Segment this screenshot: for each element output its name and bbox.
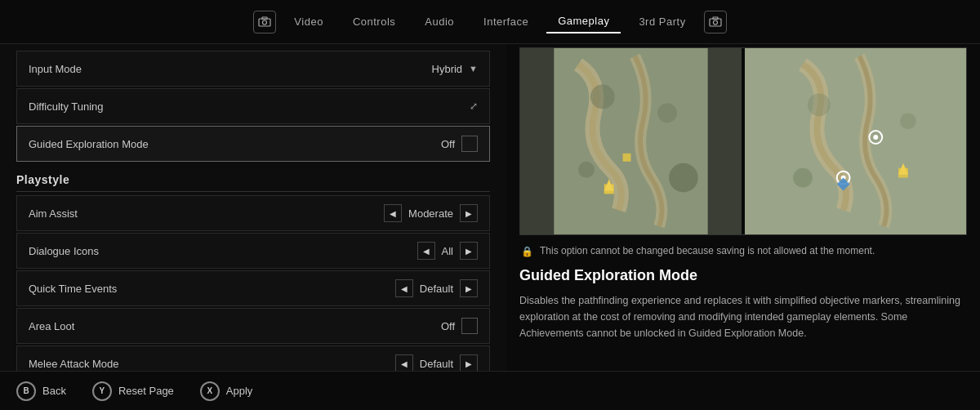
map-right: [745, 48, 966, 234]
setting-area-loot: Area Loot Off: [16, 308, 490, 344]
expand-icon: ⤢: [470, 100, 478, 112]
dialogue-icons-label: Dialogue Icons: [29, 245, 99, 257]
info-title: Guided Exploration Mode: [519, 267, 967, 284]
guided-exploration-label: Guided Exploration Mode: [29, 138, 149, 150]
apply-label: Apply: [226, 385, 253, 397]
melee-left-btn[interactable]: ◀: [395, 354, 413, 371]
melee-text: Default: [420, 358, 453, 370]
aim-assist-text: Moderate: [408, 207, 453, 220]
svg-rect-0: [259, 19, 270, 26]
nav-item-3rdparty[interactable]: 3rd Party: [627, 11, 697, 33]
guided-exploration-text: Off: [441, 138, 455, 150]
svg-rect-5: [713, 17, 718, 20]
quick-time-events-label: Quick Time Events: [29, 283, 117, 295]
setting-guided-exploration[interactable]: Guided Exploration Mode Off: [16, 126, 490, 162]
top-nav: Video Controls Audio Interface Gameplay …: [0, 0, 980, 44]
map-preview: [519, 47, 967, 235]
nav-item-audio[interactable]: Audio: [413, 11, 466, 33]
back-action[interactable]: B Back: [16, 381, 66, 401]
aim-assist-left-btn[interactable]: ◀: [384, 204, 402, 222]
nav-item-controls[interactable]: Controls: [341, 11, 407, 33]
setting-dialogue-icons: Dialogue Icons ◀ All ▶: [16, 233, 490, 269]
qte-right-btn[interactable]: ▶: [460, 279, 478, 297]
apply-btn-circle: X: [200, 381, 220, 401]
bottom-bar: B Back Y Reset Page X Apply: [0, 371, 980, 410]
main-content: Input Mode Hybrid ▼ Difficulty Tuning ⤢ …: [0, 44, 980, 371]
qte-text: Default: [420, 283, 453, 295]
lock-notice: 🔒 This option cannot be changed because …: [519, 245, 967, 257]
svg-rect-6: [554, 48, 707, 234]
area-loot-text: Off: [441, 320, 455, 332]
left-panel: Input Mode Hybrid ▼ Difficulty Tuning ⤢ …: [0, 44, 506, 371]
back-btn-circle: B: [16, 381, 36, 401]
area-loot-label: Area Loot: [29, 320, 74, 332]
difficulty-label: Difficulty Tuning: [29, 100, 104, 113]
input-mode-label: Input Mode: [29, 63, 82, 75]
svg-point-24: [793, 168, 813, 188]
info-description: Disables the pathfinding experience and …: [519, 292, 967, 341]
guided-exploration-value: Off: [441, 136, 478, 152]
nav-icon-right[interactable]: [704, 11, 727, 33]
setting-input-mode: Input Mode Hybrid ▼: [16, 51, 490, 87]
playstyle-header: Playstyle: [16, 163, 490, 192]
right-panel: 🔒 This option cannot be changed because …: [506, 44, 980, 371]
reset-btn-circle: Y: [92, 381, 112, 401]
nav-icon-left[interactable]: [253, 11, 276, 33]
svg-point-9: [578, 162, 595, 178]
nav-item-gameplay[interactable]: Gameplay: [546, 10, 621, 33]
svg-rect-3: [710, 19, 721, 26]
map-left: [520, 48, 742, 234]
svg-point-22: [808, 94, 831, 117]
svg-point-23: [900, 113, 916, 129]
melee-attack-label: Melee Attack Mode: [29, 358, 119, 370]
area-loot-toggle[interactable]: [461, 318, 478, 334]
svg-point-8: [657, 103, 677, 123]
aim-assist-right-btn[interactable]: ▶: [460, 204, 478, 222]
input-mode-text: Hybrid: [432, 63, 463, 75]
setting-quick-time-events: Quick Time Events ◀ Default ▶: [16, 270, 490, 306]
dialogue-icons-text: All: [442, 245, 453, 257]
dialogue-icons-left-btn[interactable]: ◀: [417, 242, 435, 260]
input-mode-value[interactable]: Hybrid ▼: [432, 63, 478, 75]
reset-action[interactable]: Y Reset Page: [92, 381, 174, 401]
dropdown-arrow-icon: ▼: [469, 64, 478, 74]
lock-notice-text: This option cannot be changed because sa…: [540, 245, 875, 256]
melee-right-btn[interactable]: ▶: [460, 354, 478, 371]
qte-left-btn[interactable]: ◀: [395, 279, 413, 297]
dialogue-icons-right-btn[interactable]: ▶: [460, 242, 478, 260]
apply-action[interactable]: X Apply: [200, 381, 253, 401]
svg-point-18: [873, 135, 878, 140]
svg-point-4: [713, 20, 717, 25]
svg-point-10: [669, 163, 698, 193]
back-label: Back: [42, 385, 66, 397]
svg-rect-14: [778, 48, 932, 234]
svg-rect-13: [623, 154, 631, 162]
svg-rect-2: [262, 17, 267, 20]
setting-melee-attack: Melee Attack Mode ◀ Default ▶: [16, 345, 490, 371]
lock-icon: 🔒: [521, 246, 533, 257]
aim-assist-label: Aim Assist: [29, 207, 78, 220]
setting-difficulty[interactable]: Difficulty Tuning ⤢: [16, 88, 490, 124]
nav-item-interface[interactable]: Interface: [472, 11, 540, 33]
reset-label: Reset Page: [118, 385, 174, 397]
svg-point-7: [590, 85, 615, 109]
guided-exploration-toggle[interactable]: [461, 136, 478, 152]
nav-item-video[interactable]: Video: [283, 11, 335, 33]
svg-point-1: [263, 20, 267, 25]
setting-aim-assist: Aim Assist ◀ Moderate ▶: [16, 195, 490, 231]
